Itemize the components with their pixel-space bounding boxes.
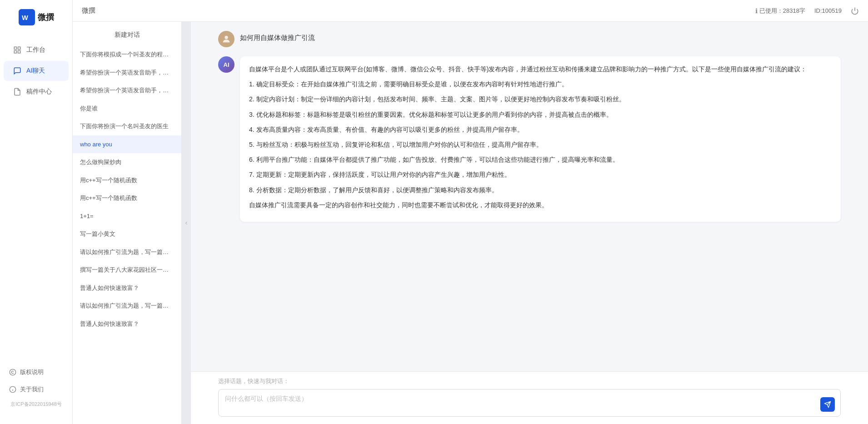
chat-item[interactable]: 用c++写一个随机函数 xyxy=(73,171,181,190)
user-message: 如何用自媒体做推广引流 xyxy=(218,31,841,47)
message-input[interactable] xyxy=(219,389,840,415)
logo: W 微撰 xyxy=(19,9,54,25)
chat-item[interactable]: 用c++写一个随机函数 xyxy=(73,189,181,207)
chat-item-active[interactable]: who are you xyxy=(73,135,181,154)
aichat-label: AI聊天 xyxy=(26,67,45,75)
about-item[interactable]: 关于我们 xyxy=(4,381,69,398)
chat-item[interactable]: 写一篇小黄文 xyxy=(73,225,181,243)
svg-rect-2 xyxy=(18,47,20,49)
usage-icon: ℹ xyxy=(755,7,758,15)
workbench-label: 工作台 xyxy=(26,46,45,54)
sidebar-bottom: 版权说明 关于我们 京ICP备2022015948号 xyxy=(0,359,72,415)
svg-rect-3 xyxy=(14,51,16,53)
chat-item[interactable]: 希望你扮演一个英语发音助手，我提供给你... xyxy=(73,64,181,82)
chat-item[interactable]: 怎么做狗屎炒肉 xyxy=(73,153,181,171)
sidebar: W 微撰 工作台 AI聊天 xyxy=(0,0,73,424)
svg-point-5 xyxy=(10,369,15,375)
quick-hint: 选择话题，快速与我对话： xyxy=(218,377,841,385)
sidebar-item-workbench[interactable]: 工作台 xyxy=(4,40,69,60)
usage-info: ℹ 已使用：28318字 xyxy=(755,7,805,15)
file-icon xyxy=(13,87,22,96)
chevron-left-icon xyxy=(184,220,189,226)
topbar-right: ℹ 已使用：28318字 ID:100519 xyxy=(755,7,859,15)
chat-item[interactable]: 你是谁 xyxy=(73,100,181,118)
logo-icon: W xyxy=(19,9,35,25)
topbar: 微撰 ℹ 已使用：28318字 ID:100519 xyxy=(73,0,868,22)
chat-item[interactable]: 普通人如何快速致富？ xyxy=(73,279,181,297)
grid-icon xyxy=(13,45,22,55)
about-label: 关于我们 xyxy=(20,385,44,394)
svg-rect-1 xyxy=(14,47,16,49)
nav-items: 工作台 AI聊天 稿件中心 xyxy=(0,39,72,359)
content: 新建对话 下面你将模拟成一个叫圣友的程序员，我说... 希望你扮演一个英语发音助… xyxy=(73,22,868,424)
chat-item[interactable]: 请以如何推广引流为题，写一篇大纲 xyxy=(73,243,181,261)
power-icon[interactable] xyxy=(851,7,859,15)
chat-item[interactable]: 下面你将模拟成一个叫圣友的程序员，我说... xyxy=(73,45,181,64)
main: 微撰 ℹ 已使用：28318字 ID:100519 新建对话 下面你将模拟成一个… xyxy=(73,0,868,424)
copyright-item[interactable]: 版权说明 xyxy=(4,364,69,381)
sidebar-item-draft[interactable]: 稿件中心 xyxy=(4,82,69,102)
svg-rect-4 xyxy=(18,51,20,53)
sidebar-item-aichat[interactable]: AI聊天 xyxy=(4,61,69,81)
svg-text:W: W xyxy=(22,14,28,21)
usage-text: 已使用：28318字 xyxy=(759,7,805,15)
new-chat-button[interactable]: 新建对话 xyxy=(73,26,181,45)
input-box xyxy=(218,389,841,417)
chat-item[interactable]: 希望你扮演一个英语发音助手，我提供给你... xyxy=(73,81,181,100)
send-button[interactable] xyxy=(820,397,835,412)
app-name: 微撰 xyxy=(38,12,54,23)
send-icon xyxy=(824,401,831,408)
ai-message-content: 自媒体平台是个人或团队通过互联网平台(如博客、微博、微信公众号、抖音、快手等)发… xyxy=(240,56,841,222)
copyright-label: 版权说明 xyxy=(20,368,44,376)
copyright-icon xyxy=(9,369,16,376)
w-icon: W xyxy=(22,12,32,22)
collapse-button[interactable] xyxy=(182,22,191,424)
chat-item[interactable]: 普通人如何快速致富？ xyxy=(73,315,181,333)
chat-item[interactable]: 下面你将扮演一个名叫圣友的医生 xyxy=(73,117,181,135)
icp-text: 京ICP备2022015948号 xyxy=(4,398,69,410)
user-avatar xyxy=(218,31,234,47)
ai-avatar: AI xyxy=(218,56,234,73)
chat-item[interactable]: 撰写一篇关于八大家花园社区一刻钟便民生... xyxy=(73,261,181,279)
id-text: ID:100519 xyxy=(814,7,842,14)
chat-icon xyxy=(13,66,22,75)
chat-list: 新建对话 下面你将模拟成一个叫圣友的程序员，我说... 希望你扮演一个英语发音助… xyxy=(73,22,182,424)
input-area: 选择话题，快速与我对话： xyxy=(191,371,868,424)
draft-label: 稿件中心 xyxy=(26,88,52,96)
avatar-icon xyxy=(221,34,231,44)
svg-point-10 xyxy=(224,36,228,39)
chat-item[interactable]: 1+1= xyxy=(73,207,181,225)
chat-item[interactable]: 请以如何推广引流为题，写一篇大纲 xyxy=(73,297,181,315)
topbar-title: 微撰 xyxy=(82,6,95,15)
user-message-text: 如何用自媒体做推广引流 xyxy=(240,31,315,42)
chat-area: 如何用自媒体做推广引流 AI 自媒体平台是个人或团队通过互联网平台(如博客、微博… xyxy=(191,22,868,424)
messages-container: 如何用自媒体做推广引流 AI 自媒体平台是个人或团队通过互联网平台(如博客、微博… xyxy=(191,22,868,371)
info-icon xyxy=(9,386,16,393)
ai-message: AI 自媒体平台是个人或团队通过互联网平台(如博客、微博、微信公众号、抖音、快手… xyxy=(218,56,841,222)
